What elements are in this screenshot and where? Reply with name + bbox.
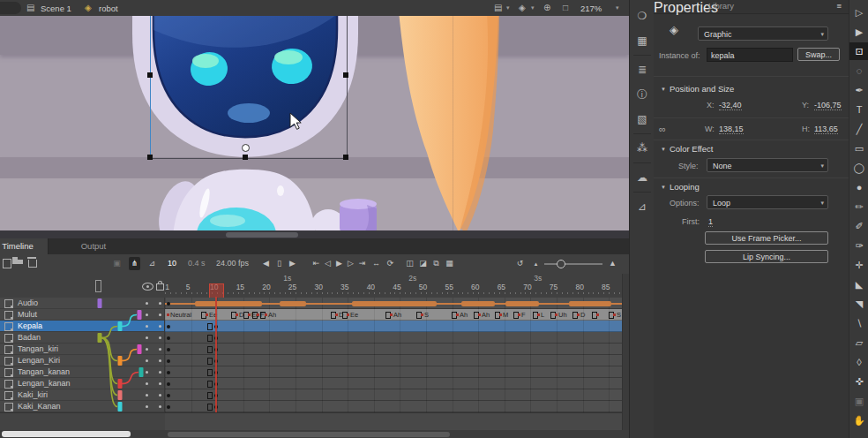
eyedropper-tool[interactable]: ∖ [849,314,868,332]
eraser-tool[interactable]: ▱ [849,334,868,351]
show-hide-all-icon[interactable] [142,283,153,291]
layer-parent-chip[interactable] [138,344,142,354]
transform-handle-left[interactable] [147,72,153,78]
layer-parent-chip[interactable] [118,321,123,331]
symbol-menu-icon[interactable]: ◈ [519,3,526,13]
step-forward-button[interactable]: ▷ [345,257,356,270]
clip-content-icon[interactable]: □ [563,3,568,13]
camera-toggle-icon[interactable]: ▣ [111,257,123,270]
frame-markers-button[interactable]: ▦ [444,257,455,270]
color-panel-icon[interactable]: ❍ [630,5,655,26]
symbol-breadcrumb[interactable]: robot [99,4,118,13]
link-dimensions-icon[interactable]: ∞ [659,124,666,134]
selection-bounding-box[interactable] [150,16,348,159]
graph-editor-toggle-icon[interactable]: ⊿ [146,257,158,270]
camera-tool[interactable]: ▣ [849,392,868,410]
go-first-frame-button[interactable]: ⇤ [311,257,322,270]
symbol-menu-caret-icon[interactable]: ▾ [531,4,535,11]
instance-name-field[interactable]: kepala [707,48,793,62]
first-frame-value[interactable]: 1 [708,217,713,227]
subselection-tool[interactable]: ▶ [849,23,868,41]
transform-handle-bottom-left[interactable] [147,155,153,160]
transform-panel-icon[interactable]: ▧ [630,109,655,130]
transformation-point[interactable] [242,144,250,152]
y-value[interactable]: -106,75 [814,101,842,110]
delete-layer-button[interactable] [28,260,37,268]
frame-row-Tangan_kanan[interactable] [165,366,622,378]
timeline-zoom-in-icon[interactable]: ▲ [607,257,618,270]
stage-zoom-level[interactable]: 217% [580,4,602,13]
scene-breadcrumb[interactable]: Scene 1 [41,4,71,13]
scene-menu-caret-icon[interactable]: ▾ [506,4,510,11]
lasso-tool[interactable]: ◌ [849,62,868,79]
asset-warp-tool[interactable]: ✜ [849,373,868,390]
new-folder-button[interactable] [12,260,23,264]
symbol-type-dropdown[interactable]: Graphic▾ [698,26,828,41]
fluid-brush-tool[interactable]: ✑ [849,237,868,254]
layer-parent-chip[interactable] [118,402,123,412]
h-value[interactable]: 113,65 [814,125,838,134]
width-tool[interactable]: ◊ [849,353,868,371]
layer-scrollbar-thumb[interactable] [2,431,131,437]
align-panel-icon[interactable]: ≣ [630,59,655,80]
new-layer-button[interactable] [3,259,11,268]
center-playhead-button[interactable]: ↔ [370,257,382,270]
pencil-tool[interactable]: ✏ [849,198,868,215]
ink-bottle-tool[interactable]: ◥ [849,295,868,313]
edit-multiple-frames-button[interactable]: ⧉ [430,257,442,270]
panel-menu-icon[interactable]: ≡ [836,1,842,11]
motion-editor-panel-icon[interactable]: ⊿ [630,196,655,217]
oval-tool[interactable]: ◯ [849,159,868,177]
use-frame-picker-button[interactable]: Use Frame Picker... [705,231,828,245]
frame-row-Badan[interactable] [165,332,622,344]
swap-button[interactable]: Swap... [797,48,840,61]
frame-row-Lengan_kanan[interactable] [165,378,622,389]
swatches-panel-icon[interactable]: ▦ [630,30,655,51]
paint-brush-tool[interactable]: ✐ [849,217,868,235]
zoom-caret-icon[interactable]: ▾ [616,4,619,11]
layer-parent-chip[interactable] [118,390,123,400]
layer-parent-chip[interactable] [138,310,142,320]
frame-row-Mulut[interactable]: NeutralEeDEeFAhDEeAhSAhAhMFLUhDS [165,309,622,321]
parenting-view-toggle-icon[interactable]: ⋔ [129,257,140,270]
brush-library-panel-icon[interactable]: ⁂ [630,138,655,159]
frame-row-Lengan_Kiri[interactable] [165,355,622,366]
text-tool[interactable]: T [849,101,868,118]
prev-keyframe-button[interactable]: ◀ [260,257,272,270]
scene-menu-icon[interactable]: ▤ [494,3,502,13]
rectangle-tool[interactable]: ▭ [849,140,868,157]
paint-bucket-tool[interactable]: ◣ [849,276,868,293]
x-value[interactable]: -32,40 [719,101,742,110]
loop-playback-button[interactable]: ⟳ [385,257,396,270]
layer-parent-chip[interactable] [118,356,123,366]
tab-timeline[interactable]: Timeline [0,238,49,254]
layer-parent-chip[interactable] [118,379,123,389]
layer-parent-chip[interactable] [98,333,102,343]
layer-parent-chip[interactable] [139,367,144,377]
frame-area-rows[interactable]: NeutralEeDEeFAhDEeAhSAhAhMFLUhDS [165,298,622,412]
scrollbar-thumb[interactable] [226,232,298,238]
selection-tool[interactable]: ▷ [849,4,868,21]
info-panel-icon[interactable]: ⓘ [630,84,655,105]
color-effect-header[interactable]: ▼Color Effect [661,144,713,154]
stage-horizontal-scrollbar[interactable] [0,230,629,238]
tab-library[interactable]: Library [708,1,734,11]
tab-output[interactable]: Output [62,238,125,254]
frame-row-Kaki_Kanan[interactable] [165,401,622,412]
center-stage-icon[interactable]: ⊕ [543,3,550,13]
current-frame-field[interactable]: 10 [168,259,176,268]
layer-parent-chip[interactable] [98,298,102,308]
timeline-zoom-handle[interactable] [557,260,565,268]
go-last-frame-button[interactable]: ⇥ [356,257,368,270]
timeline-zoom-out-icon[interactable]: ▴ [530,257,542,270]
cc-libraries-panel-icon[interactable]: ☁ [630,167,655,188]
oval-primitive-tool[interactable]: ● [849,178,868,196]
current-frame-button[interactable]: ▯ [273,257,285,270]
pen-tool[interactable]: ✒ [849,81,868,99]
next-keyframe-button[interactable]: ▶ [287,257,298,270]
timeline-zoom-slider[interactable] [544,263,602,265]
onion-skin-outlines-button[interactable]: ◪ [417,257,429,270]
style-dropdown[interactable]: None▾ [707,158,828,172]
hand-tool[interactable]: ✋ [849,412,868,429]
bone-tool[interactable]: ✛ [849,256,868,274]
